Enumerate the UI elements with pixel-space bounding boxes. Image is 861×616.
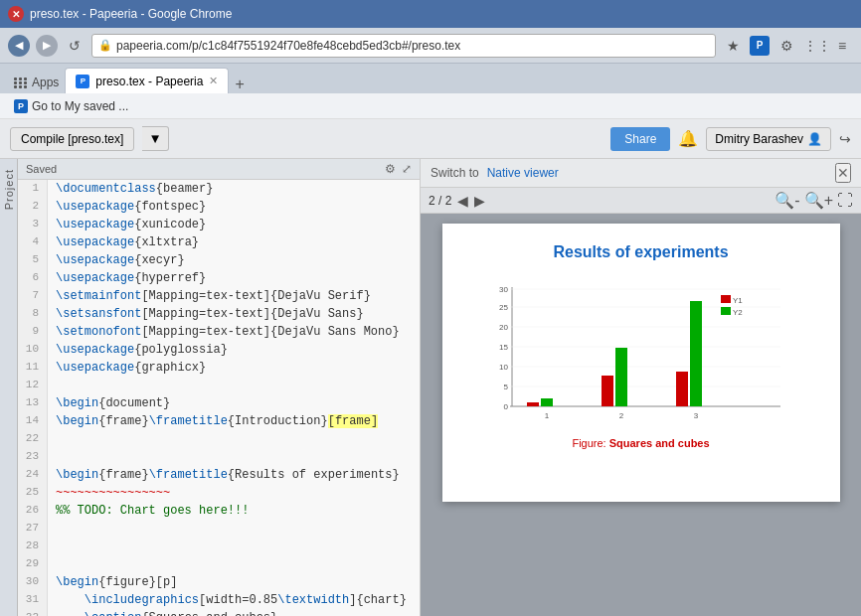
svg-rect-17	[541, 398, 553, 406]
svg-text:15: 15	[499, 343, 508, 352]
switch-to-label: Switch to	[430, 166, 479, 180]
preview-slide-title: Results of experiments	[472, 243, 810, 261]
code-line-2: 2 \usepackage{fontspec}	[18, 198, 420, 216]
papeeria-extension-icon[interactable]: P	[750, 36, 770, 56]
svg-text:1: 1	[544, 411, 549, 420]
menu-icon[interactable]: ≡	[831, 35, 853, 57]
code-panel-header: Saved ⚙ ⤢	[18, 159, 420, 180]
notification-button[interactable]: 🔔	[678, 129, 698, 148]
code-line-4: 4 \usepackage{xltxtra}	[18, 233, 420, 251]
svg-rect-16	[527, 402, 539, 406]
code-line-5: 5 \usepackage{xecyr}	[18, 251, 420, 269]
back-button[interactable]: ◀	[8, 35, 30, 57]
code-line-29: 29	[18, 555, 420, 573]
code-line-27: 27	[18, 520, 420, 538]
svg-text:20: 20	[499, 323, 508, 332]
svg-rect-19	[602, 376, 613, 406]
caption-prefix: Figure:	[572, 437, 605, 449]
code-line-14: 14 \begin{frame}\frametitle{Introduction…	[18, 412, 420, 430]
user-menu-button[interactable]: Dmitry Barashev 👤	[706, 127, 831, 151]
code-expand-icon[interactable]: ⤢	[402, 162, 412, 176]
bookmarks-bar: P Go to My saved ...	[0, 93, 861, 119]
code-line-11: 11 \usepackage{graphicx}	[18, 359, 420, 377]
sidebar-project[interactable]: Project	[0, 159, 18, 616]
code-line-9: 9 \setmonofont[Mapping=tex-text]{DejaVu …	[18, 323, 420, 341]
editor-toolbar: Compile [preso.tex] ▼ Share 🔔 Dmitry Bar…	[0, 119, 861, 159]
window-close-icon[interactable]: ✕	[8, 6, 24, 22]
papeeria-icon: P	[14, 99, 28, 113]
page-navigation: 2 / 2 ◀ ▶	[429, 193, 485, 209]
code-line-3: 3 \usepackage{xunicode}	[18, 216, 420, 233]
svg-text:2: 2	[618, 411, 623, 420]
code-line-32: 32 \caption{Squares and cubes}	[18, 609, 420, 616]
user-avatar-icon: 👤	[807, 132, 822, 146]
svg-text:10: 10	[499, 363, 508, 372]
code-settings-icon[interactable]: ⚙	[385, 162, 396, 176]
go-to-my-saved-button[interactable]: P Go to My saved ...	[8, 97, 134, 115]
logout-button[interactable]: ↪	[839, 131, 851, 147]
code-line-1: 1 \documentclass{beamer}	[18, 180, 420, 198]
address-bar[interactable]: 🔒 papeeria.com/p/c1c84f7551924f70e8fe48c…	[91, 34, 716, 58]
bookmark-star-icon[interactable]: ★	[722, 35, 744, 57]
google-apps-icon[interactable]: ⋮⋮	[803, 35, 825, 57]
code-line-30: 30 \begin{figure}[p]	[18, 573, 420, 591]
preview-header: Switch to Native viewer ✕	[421, 159, 861, 188]
apps-button[interactable]: Apps	[8, 72, 65, 93]
svg-text:30: 30	[499, 285, 508, 294]
browser-bar: ◀ ▶ ↺ 🔒 papeeria.com/p/c1c84f7551924f70e…	[0, 28, 861, 64]
share-button[interactable]: Share	[610, 127, 670, 151]
svg-rect-20	[615, 348, 627, 406]
code-line-8: 8 \setsansfont[Mapping=tex-text]{DejaVu …	[18, 305, 420, 323]
title-bar: ✕ preso.tex - Papeeria - Google Chrome	[0, 0, 861, 28]
native-viewer-link[interactable]: Native viewer	[487, 166, 559, 180]
refresh-button[interactable]: ↺	[64, 35, 86, 57]
compile-button[interactable]: Compile [preso.tex]	[10, 127, 134, 151]
next-page-button[interactable]: ▶	[474, 193, 485, 209]
compile-dropdown-button[interactable]: ▼	[142, 126, 168, 151]
preview-content: Results of experiments 0 5 10 15	[421, 214, 861, 616]
chart-caption: Figure: Squares and cubes	[472, 437, 810, 449]
apps-label: Apps	[32, 76, 59, 89]
preview-toolbar: 2 / 2 ◀ ▶ 🔍- 🔍+ ⛶	[421, 188, 861, 214]
svg-text:0: 0	[503, 402, 508, 411]
tab-bar: Apps P preso.tex - Papeeria ✕ +	[0, 64, 861, 93]
tab-favicon: P	[76, 75, 89, 88]
svg-text:25: 25	[499, 303, 508, 312]
svg-text:Y2: Y2	[733, 308, 743, 317]
bar-chart: 0 5 10 15 20 25 30	[472, 277, 810, 426]
code-line-10: 10 \usepackage{polyglossia}	[18, 341, 420, 359]
preview-page: Results of experiments 0 5 10 15	[442, 224, 840, 502]
tab-close-icon[interactable]: ✕	[209, 75, 218, 87]
caption-text: Squares and cubes	[609, 437, 710, 449]
settings-icon[interactable]: ⚙	[775, 35, 797, 57]
svg-text:3: 3	[693, 411, 698, 420]
code-line-25: 25 ~~~~~~~~~~~~~~~~	[18, 484, 420, 502]
code-line-31: 31 \includegraphics[width=0.85\textwidth…	[18, 591, 420, 609]
editor-preview-area: Project Saved ⚙ ⤢ 1 \documentclass{beame…	[0, 159, 861, 616]
preview-panel: Switch to Native viewer ✕ 2 / 2 ◀ ▶ 🔍- 🔍…	[421, 159, 861, 616]
code-line-24: 24 \begin{frame}\frametitle{Results of e…	[18, 466, 420, 484]
code-line-23: 23	[18, 448, 420, 466]
forward-button[interactable]: ▶	[36, 35, 58, 57]
url-text: papeeria.com/p/c1c84f7551924f70e8fe48ceb…	[116, 39, 460, 53]
sidebar-project-label: Project	[3, 169, 15, 210]
code-line-26: 26 %% TODO: Chart goes here!!!	[18, 502, 420, 520]
page-info: 2 / 2	[429, 194, 451, 208]
svg-text:5: 5	[503, 383, 508, 391]
svg-rect-23	[690, 301, 702, 406]
preview-close-button[interactable]: ✕	[835, 163, 851, 183]
code-editor[interactable]: 1 \documentclass{beamer} 2 \usepackage{f…	[18, 180, 420, 616]
code-line-28: 28	[18, 538, 420, 555]
code-line-22: 22	[18, 430, 420, 448]
active-tab[interactable]: P preso.tex - Papeeria ✕	[65, 68, 229, 93]
zoom-controls: 🔍- 🔍+ ⛶	[775, 191, 853, 210]
zoom-in-button[interactable]: 🔍+	[804, 191, 833, 210]
new-tab-button[interactable]: +	[229, 76, 250, 93]
code-line-6: 6 \usepackage{hyperref}	[18, 269, 420, 287]
svg-rect-27	[721, 307, 731, 315]
prev-page-button[interactable]: ◀	[457, 193, 468, 209]
zoom-out-button[interactable]: 🔍-	[775, 191, 799, 210]
svg-text:Y1: Y1	[733, 296, 743, 305]
code-panel-title: Saved	[26, 163, 57, 175]
fullscreen-button[interactable]: ⛶	[837, 191, 853, 210]
